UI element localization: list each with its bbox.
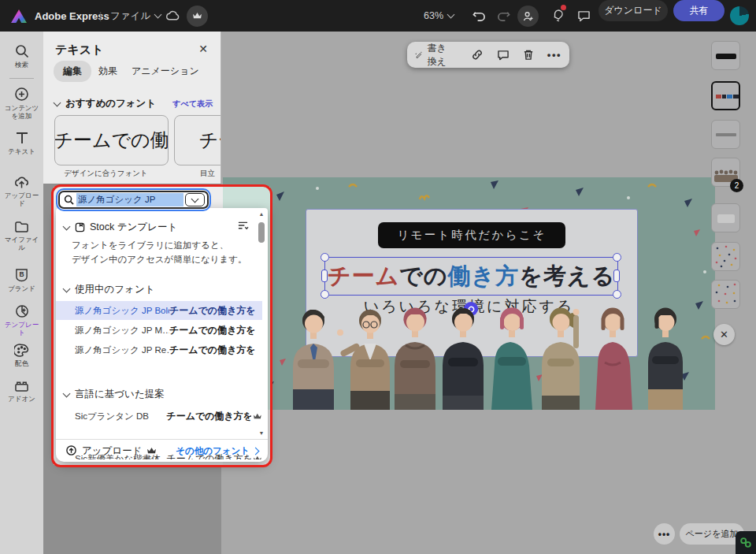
selection-handle-ne[interactable] bbox=[613, 253, 621, 262]
zoom-level: 63% bbox=[424, 10, 443, 21]
share-button[interactable]: 共有 bbox=[673, 0, 724, 21]
language-section-header[interactable]: 言語に基づいた提案 bbox=[64, 388, 165, 401]
comment-button[interactable] bbox=[577, 0, 591, 32]
sidebar-item-label: マイファイル bbox=[0, 236, 43, 251]
scrollbar-thumb[interactable] bbox=[258, 222, 265, 243]
sidebar-item-label: アップロード bbox=[0, 191, 43, 207]
layer-thumbnail-title-selected[interactable] bbox=[711, 81, 740, 110]
redo-button[interactable] bbox=[497, 0, 510, 32]
layer-thumbnail-subtitle[interactable] bbox=[711, 120, 740, 149]
font-list-scrollbar[interactable]: ▲ ▼ bbox=[258, 211, 265, 436]
font-preview-text: チームでの働き方を bbox=[169, 344, 262, 357]
layer-thumbnail-confetti-2[interactable] bbox=[711, 280, 740, 309]
more-options-button[interactable]: ••• bbox=[547, 49, 561, 61]
link-icon bbox=[471, 49, 484, 61]
crown-icon bbox=[146, 447, 157, 455]
search-icon bbox=[15, 44, 29, 58]
font-preview-text: チームでの働き方を bbox=[169, 304, 262, 318]
add-page-button[interactable]: ページを追加 bbox=[680, 523, 744, 545]
selection-handle-e[interactable] bbox=[613, 270, 620, 282]
download-button[interactable]: ダウンロード bbox=[598, 0, 668, 21]
sidebar-item-label: アドオン bbox=[0, 395, 43, 403]
delete-button[interactable] bbox=[523, 49, 534, 61]
layer-thumbnail-confetti-1[interactable] bbox=[711, 242, 740, 271]
font-search-combobox[interactable]: 源ノ角ゴシック JP bbox=[58, 191, 209, 209]
section-label: 言語に基づいた提案 bbox=[75, 388, 165, 401]
layer-thumbnail-card[interactable] bbox=[711, 203, 740, 232]
font-list: Stock テンプレート フォントをライブラリに追加すると、 デザイン中のアクセ… bbox=[56, 208, 268, 462]
deselect-button[interactable]: ✕ bbox=[713, 324, 735, 345]
rewrite-pen-icon bbox=[415, 49, 422, 61]
sidebar-item-colors[interactable]: 配色 bbox=[0, 344, 43, 367]
sidebar-item-text[interactable]: テキスト bbox=[0, 131, 43, 155]
link-button[interactable] bbox=[471, 49, 484, 61]
design-badge-text[interactable]: リモート時代だからこそ bbox=[378, 222, 565, 248]
scroll-down-arrow[interactable]: ▼ bbox=[258, 430, 265, 436]
sidebar-item-upload[interactable]: アップロード bbox=[0, 175, 43, 207]
sidebar-item-label: 検索 bbox=[0, 61, 43, 69]
selection-handle-w[interactable] bbox=[321, 270, 328, 282]
more-fonts-link[interactable]: その他のフォント bbox=[176, 445, 258, 457]
stock-icon bbox=[75, 222, 85, 232]
sidebar-item-label: コンテンツを追加 bbox=[0, 104, 43, 120]
recommended-fonts-section[interactable]: おすすめのフォント bbox=[54, 97, 156, 110]
rewrite-button[interactable]: 書き換え bbox=[415, 42, 451, 69]
crown-icon bbox=[192, 12, 202, 20]
tab-edit[interactable]: 編集 bbox=[54, 61, 91, 82]
topbar-divider: | bbox=[99, 0, 102, 32]
text-icon bbox=[15, 131, 29, 145]
sidebar-item-my-files[interactable]: マイファイル bbox=[0, 221, 43, 251]
font-row-premium[interactable]: Sicプランタン DB チームでの働き方を bbox=[56, 407, 262, 426]
font-preview-text: チームでの働き方を bbox=[166, 410, 251, 423]
section-label: 使用中のフォント bbox=[75, 283, 154, 296]
adobe-logo-icon[interactable] bbox=[10, 0, 28, 32]
share-label: 共有 bbox=[690, 4, 709, 17]
font-preview: チームでの働 bbox=[54, 128, 169, 153]
font-card-caption: デザインに合うフォント bbox=[64, 169, 148, 179]
selection-handle-nw[interactable] bbox=[321, 253, 329, 262]
font-row-selected[interactable]: 源ノ角ゴシック JP Bold チームでの働き方を bbox=[56, 301, 262, 320]
layer-count-badge: 2 bbox=[730, 179, 743, 192]
design-canvas[interactable]: リモート時代だからこそ チームでの働き方を考える いろいろな環境に対応する bbox=[223, 177, 715, 410]
extension-link-icon[interactable] bbox=[736, 531, 756, 554]
tab-effects[interactable]: 効果 bbox=[98, 65, 117, 78]
font-card-design[interactable]: チームでの働 bbox=[54, 115, 169, 165]
undo-button[interactable] bbox=[472, 0, 486, 32]
left-sidebar: 検索 コンテンツを追加 テキスト アップロード マイファイル B ブランド bbox=[0, 32, 44, 554]
upload-font-button[interactable]: アップロード bbox=[65, 444, 157, 458]
sidebar-item-add-ons[interactable]: アドオン bbox=[0, 380, 43, 403]
comment-button[interactable] bbox=[497, 50, 510, 61]
premium-crown-button[interactable] bbox=[187, 0, 208, 32]
stock-section-header[interactable]: Stock テンプレート bbox=[64, 221, 177, 234]
notifications-button[interactable] bbox=[551, 0, 565, 32]
sidebar-item-search[interactable]: 検索 bbox=[0, 44, 43, 69]
sidebar-item-templates[interactable]: テンプレート bbox=[0, 304, 43, 336]
sidebar-item-brand[interactable]: B ブランド bbox=[0, 268, 43, 292]
in-use-section-header[interactable]: 使用中のフォント bbox=[64, 283, 154, 296]
invite-people-button[interactable] bbox=[517, 0, 539, 32]
notification-dot bbox=[561, 5, 566, 10]
upload-icon bbox=[14, 175, 29, 189]
font-name: 源ノ角ゴシック JP Re… bbox=[75, 344, 169, 356]
page-more-options-button[interactable]: ••• bbox=[654, 523, 675, 545]
zoom-control[interactable]: 63% bbox=[424, 0, 454, 32]
tab-animation[interactable]: アニメーション bbox=[132, 65, 199, 78]
chevron-down-icon bbox=[191, 195, 199, 203]
filter-sort-icon[interactable] bbox=[237, 221, 249, 231]
font-row[interactable]: 源ノ角ゴシック JP M… チームでの働き方を bbox=[56, 321, 262, 340]
font-card-impact[interactable]: チー bbox=[174, 115, 221, 165]
font-row[interactable]: 源ノ角ゴシック JP Re… チームでの働き方を bbox=[56, 340, 262, 359]
file-menu[interactable]: ファイル bbox=[110, 0, 161, 32]
brand-shield-icon: B bbox=[15, 268, 28, 282]
account-avatar[interactable] bbox=[730, 0, 749, 32]
add-page-label: ページを追加 bbox=[686, 528, 739, 540]
panel-close-button[interactable]: ✕ bbox=[198, 43, 208, 55]
see-all-link[interactable]: すべて表示 bbox=[172, 99, 213, 110]
cloud-sync-icon[interactable] bbox=[165, 0, 180, 32]
sidebar-item-add-content[interactable]: コンテンツを追加 bbox=[0, 87, 43, 120]
scroll-up-arrow[interactable]: ▲ bbox=[258, 211, 265, 217]
font-search-input[interactable]: 源ノ角ゴシック JP bbox=[76, 193, 183, 206]
svg-text:B: B bbox=[19, 270, 24, 278]
font-dropdown-button[interactable] bbox=[185, 193, 205, 206]
layer-thumbnail-badge-text[interactable] bbox=[711, 41, 740, 70]
